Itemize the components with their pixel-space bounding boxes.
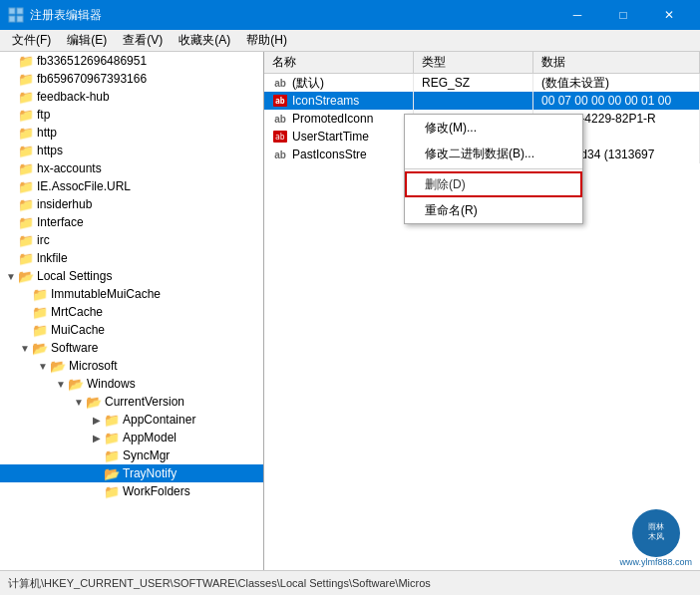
tree-label: ftp bbox=[37, 108, 50, 122]
svg-rect-0 bbox=[9, 8, 15, 14]
tree-item-localsettings[interactable]: ▼ 📂 Local Settings bbox=[0, 267, 263, 285]
folder-icon: 📁 bbox=[18, 108, 34, 122]
cell-data: 00 07 00 00 00 00 01 00 bbox=[533, 92, 700, 110]
header-data[interactable]: 数据 bbox=[533, 52, 700, 73]
toggle-icon: ▼ bbox=[72, 395, 86, 409]
toggle-icon bbox=[4, 251, 18, 265]
folder-icon: 📁 bbox=[32, 287, 48, 301]
close-button[interactable]: ✕ bbox=[646, 0, 692, 30]
tree-item-ftp[interactable]: 📁 ftp bbox=[0, 106, 263, 124]
tree-item-https[interactable]: 📁 https bbox=[0, 142, 263, 159]
tree-label: insiderhub bbox=[37, 197, 92, 211]
folder-icon: 📁 bbox=[18, 233, 34, 247]
tree-item-mrtcache[interactable]: 📁 MrtCache bbox=[0, 303, 263, 321]
maximize-button[interactable]: □ bbox=[600, 0, 646, 30]
tree-label: fb659670967393166 bbox=[37, 72, 147, 86]
menu-help[interactable]: 帮助(H) bbox=[238, 30, 295, 52]
tree-label: ImmutableMuiCache bbox=[51, 287, 161, 301]
tree-item-software[interactable]: ▼ 📂 Software bbox=[0, 339, 263, 357]
folder-icon: 📁 bbox=[18, 161, 34, 175]
cell-name: ab UserStartTime bbox=[264, 128, 414, 146]
folder-icon: 📁 bbox=[104, 448, 120, 462]
menu-file[interactable]: 文件(F) bbox=[4, 30, 59, 52]
toggle-icon bbox=[4, 179, 18, 193]
cell-data: (数值未设置) bbox=[533, 74, 700, 92]
tree-item-traynotify[interactable]: 📂 TrayNotify bbox=[0, 464, 263, 482]
cell-type bbox=[414, 92, 533, 110]
ctx-rename[interactable]: 重命名(R) bbox=[405, 197, 582, 223]
folder-icon: 📁 bbox=[18, 179, 34, 193]
toggle-icon bbox=[4, 54, 18, 68]
tree-label: Local Settings bbox=[37, 269, 112, 283]
table-row[interactable]: ab IconStreams 00 07 00 00 00 00 01 00 bbox=[264, 92, 700, 110]
tree-item-insiderhub[interactable]: 📁 insiderhub bbox=[0, 195, 263, 213]
tree-item-syncmgr[interactable]: 📁 SyncMgr bbox=[0, 446, 263, 464]
ctx-modify-binary[interactable]: 修改二进制数据(B)... bbox=[405, 141, 582, 166]
tree-label: fb3365126964869​51 bbox=[37, 54, 147, 68]
header-type[interactable]: 类型 bbox=[414, 52, 533, 73]
tree-label: MuiCache bbox=[51, 323, 105, 337]
tree-item-ie[interactable]: 📁 IE.AssocFile.URL bbox=[0, 177, 263, 195]
toggle-icon bbox=[4, 72, 18, 86]
tree-label: lnkfile bbox=[37, 251, 68, 265]
tree-label: hx-accounts bbox=[37, 161, 102, 175]
toggle-icon bbox=[18, 287, 32, 301]
tree-label: IE.AssocFile.URL bbox=[37, 179, 131, 193]
tree-item-lnkfile[interactable]: 📁 lnkfile bbox=[0, 249, 263, 267]
minimize-button[interactable]: ─ bbox=[554, 0, 600, 30]
tree-item-irc[interactable]: 📁 irc bbox=[0, 231, 263, 249]
ctx-separator bbox=[405, 168, 582, 169]
app-icon bbox=[8, 7, 24, 23]
tree-item-appcontainer[interactable]: ▶ 📁 AppContainer bbox=[0, 411, 263, 429]
tree-item-interface[interactable]: 📁 Interface bbox=[0, 213, 263, 231]
toggle-icon bbox=[4, 108, 18, 122]
reg-string-icon2: ab bbox=[272, 148, 288, 161]
folder-icon: 📂 bbox=[68, 377, 84, 391]
svg-rect-2 bbox=[9, 16, 15, 22]
tree-item-http[interactable]: 📁 http bbox=[0, 124, 263, 142]
tree-item-currentversion[interactable]: ▼ 📂 CurrentVersion bbox=[0, 393, 263, 411]
folder-icon: 📁 bbox=[104, 413, 120, 427]
tree-item-workfolders[interactable]: 📁 WorkFolders bbox=[0, 482, 263, 500]
folder-icon: 📁 bbox=[18, 144, 34, 157]
tree-item-fb659[interactable]: 📁 fb659670967393166 bbox=[0, 70, 263, 88]
folder-icon: 📁 bbox=[18, 215, 34, 229]
table-row[interactable]: ab (默认) REG_SZ (数值未设置) bbox=[264, 74, 700, 92]
tree-item-muicache[interactable]: 📁 MuiCache bbox=[0, 321, 263, 339]
cell-name: ab (默认) bbox=[264, 74, 414, 92]
header-name[interactable]: 名称 bbox=[264, 52, 414, 73]
svg-rect-3 bbox=[17, 16, 23, 22]
svg-rect-1 bbox=[17, 8, 23, 14]
tree-panel[interactable]: 📁 fb3365126964869​51 📁 fb659670967393166… bbox=[0, 52, 264, 570]
menu-view[interactable]: 查看(V) bbox=[115, 30, 171, 52]
watermark: 雨林 木风 www.ylmf888.com bbox=[619, 509, 692, 567]
tree-label: http bbox=[37, 126, 57, 140]
folder-icon: 📁 bbox=[32, 323, 48, 337]
ctx-modify[interactable]: 修改(M)... bbox=[405, 115, 582, 141]
tree-item-fb336[interactable]: 📁 fb3365126964869​51 bbox=[0, 52, 263, 70]
tree-label: AppModel bbox=[123, 431, 176, 445]
toggle-icon: ▶ bbox=[90, 431, 104, 445]
tree-item-windows[interactable]: ▼ 📂 Windows bbox=[0, 375, 263, 393]
reg-string-icon: ab bbox=[272, 76, 288, 90]
folder-icon: 📂 bbox=[104, 466, 120, 480]
tree-item-feedback[interactable]: 📁 feedback-hub bbox=[0, 88, 263, 106]
toggle-icon bbox=[4, 197, 18, 211]
reg-binary-icon: ab bbox=[272, 94, 288, 108]
tree-item-immutable[interactable]: 📁 ImmutableMuiCache bbox=[0, 285, 263, 303]
menu-favorites[interactable]: 收藏夹(A) bbox=[171, 30, 238, 52]
toggle-icon: ▼ bbox=[36, 359, 50, 373]
toggle-icon bbox=[4, 90, 18, 104]
tree-item-microsoft[interactable]: ▼ 📂 Microsoft bbox=[0, 357, 263, 375]
menu-edit[interactable]: 编辑(E) bbox=[59, 30, 115, 52]
tree-label: Microsoft bbox=[69, 359, 118, 373]
tree-label: SyncMgr bbox=[123, 448, 170, 462]
tree-item-hxaccounts[interactable]: 📁 hx-accounts bbox=[0, 159, 263, 177]
tree-label: feedback-hub bbox=[37, 90, 110, 104]
tree-item-appmodel[interactable]: ▶ 📁 AppModel bbox=[0, 429, 263, 446]
cell-name: ab IconStreams bbox=[264, 92, 414, 110]
folder-icon: 📁 bbox=[32, 305, 48, 319]
toggle-icon bbox=[4, 233, 18, 247]
ctx-delete[interactable]: 删除(D) bbox=[405, 171, 582, 197]
svg-text:ab: ab bbox=[275, 97, 285, 106]
